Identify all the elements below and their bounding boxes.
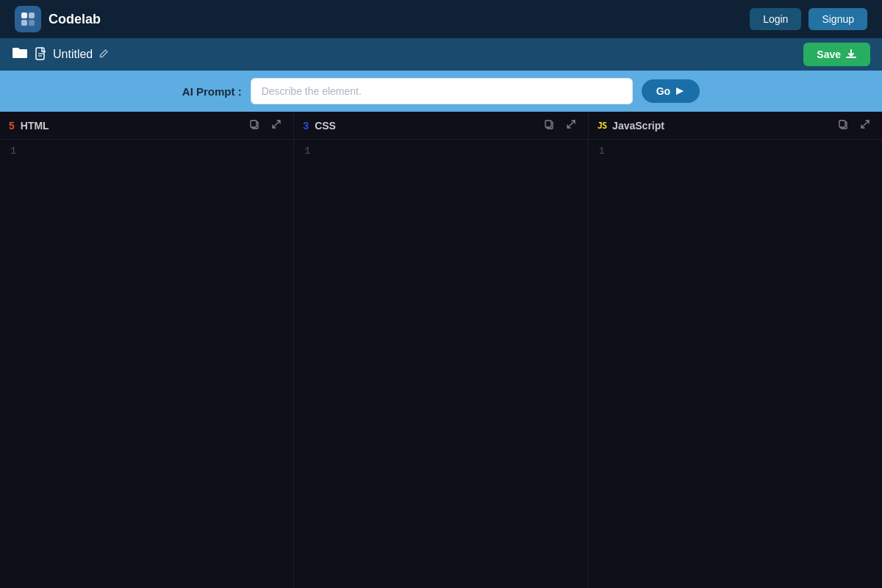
svg-marker-7 bbox=[676, 87, 684, 95]
file-info: Untitled bbox=[12, 46, 109, 63]
html-lang-label-group: 5 HTML bbox=[9, 120, 49, 132]
css-editor-actions bbox=[541, 118, 579, 133]
brand-name: Codelab bbox=[49, 12, 101, 27]
svg-rect-1 bbox=[29, 12, 35, 18]
save-label: Save bbox=[817, 49, 841, 60]
css-editor-panel: 3 CSS 1 bbox=[294, 112, 588, 588]
js-editor-panel: JS JavaScript 1 bbox=[589, 112, 882, 588]
html-editor-panel: 5 HTML 1 bbox=[0, 112, 294, 588]
html-editor-header: 5 HTML bbox=[0, 112, 293, 140]
folder-icon[interactable] bbox=[12, 46, 28, 63]
top-navigation: Codelab Login Signup bbox=[0, 0, 882, 38]
html5-icon: 5 bbox=[9, 120, 15, 132]
file-icon bbox=[35, 47, 47, 62]
js-editor-body[interactable]: 1 bbox=[589, 140, 882, 588]
css-code-area[interactable] bbox=[318, 140, 587, 588]
save-button[interactable]: Save bbox=[803, 43, 870, 66]
svg-rect-0 bbox=[21, 12, 27, 18]
js-icon: JS bbox=[598, 121, 606, 131]
html-expand-button[interactable] bbox=[268, 118, 284, 133]
html-line-numbers: 1 bbox=[0, 140, 24, 588]
edit-icon[interactable] bbox=[98, 49, 109, 61]
svg-rect-13 bbox=[839, 121, 845, 127]
css-editor-body[interactable]: 1 bbox=[294, 140, 587, 588]
js-lang-label: JavaScript bbox=[612, 120, 664, 132]
brand-logo-icon bbox=[15, 6, 41, 32]
js-code-area[interactable] bbox=[612, 140, 882, 588]
svg-rect-9 bbox=[251, 121, 257, 127]
js-editor-header: JS JavaScript bbox=[589, 112, 882, 140]
html-editor-actions bbox=[246, 118, 284, 133]
login-button[interactable]: Login bbox=[750, 8, 801, 30]
js-expand-button[interactable] bbox=[857, 118, 873, 133]
html-code-area[interactable] bbox=[24, 140, 293, 588]
js-lang-label-group: JS JavaScript bbox=[598, 120, 664, 132]
css-line-numbers: 1 bbox=[294, 140, 318, 588]
ai-prompt-bar: AI Prompt : Go bbox=[0, 71, 882, 112]
signup-button[interactable]: Signup bbox=[808, 8, 867, 30]
js-copy-button[interactable] bbox=[835, 118, 851, 133]
js-line-numbers: 1 bbox=[589, 140, 612, 588]
svg-rect-3 bbox=[29, 20, 35, 26]
html-editor-body[interactable]: 1 bbox=[0, 140, 293, 588]
go-button[interactable]: Go bbox=[642, 79, 700, 103]
html-lang-label: HTML bbox=[21, 120, 49, 132]
css3-icon: 3 bbox=[303, 120, 309, 132]
css-editor-header: 3 CSS bbox=[294, 112, 587, 140]
js-editor-actions bbox=[835, 118, 873, 133]
css-copy-button[interactable] bbox=[541, 118, 557, 133]
svg-rect-2 bbox=[21, 20, 27, 26]
css-lang-label-group: 3 CSS bbox=[303, 120, 336, 132]
ai-prompt-input[interactable] bbox=[251, 78, 633, 104]
nav-auth-buttons: Login Signup bbox=[750, 8, 867, 30]
file-title: Untitled bbox=[53, 48, 93, 61]
ai-prompt-label: AI Prompt : bbox=[182, 85, 242, 98]
html-copy-button[interactable] bbox=[246, 118, 262, 133]
svg-rect-11 bbox=[545, 121, 551, 127]
go-label: Go bbox=[656, 85, 670, 97]
file-name-wrap: Untitled bbox=[35, 47, 109, 62]
editors-area: 5 HTML 1 bbox=[0, 112, 882, 588]
file-bar: Untitled Save bbox=[0, 38, 882, 71]
brand-logo-group: Codelab bbox=[15, 6, 101, 32]
css-expand-button[interactable] bbox=[563, 118, 579, 133]
css-lang-label: CSS bbox=[315, 120, 336, 132]
